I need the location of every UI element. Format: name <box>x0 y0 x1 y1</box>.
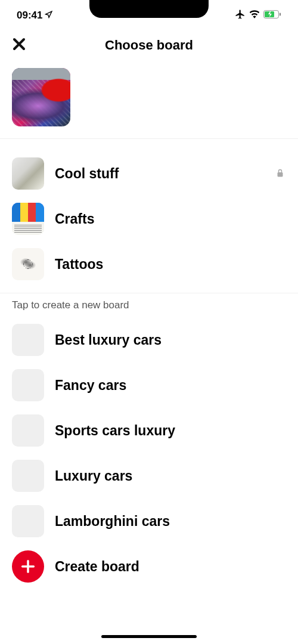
svg-rect-5 <box>278 172 283 177</box>
create-board-button[interactable]: Create board <box>12 544 286 589</box>
board-thumbnail-placeholder <box>12 414 44 447</box>
close-button[interactable] <box>12 36 26 54</box>
board-item-cool-stuff[interactable]: Cool stuff <box>12 151 286 196</box>
board-label: Fancy cars <box>55 377 286 394</box>
board-label: Tattoos <box>55 256 286 273</box>
page-title: Choose board <box>105 38 193 53</box>
board-thumbnail-placeholder <box>12 369 44 401</box>
board-thumbnail <box>12 248 44 280</box>
suggested-boards-list: Best luxury cars Fancy cars Sports cars … <box>0 314 298 589</box>
existing-boards-list: Cool stuff Crafts Tattoos <box>0 139 298 287</box>
create-board-label: Create board <box>55 559 139 575</box>
modal-header: Choose board <box>0 29 298 62</box>
board-label: Lamborghini cars <box>55 513 286 530</box>
device-notch <box>89 0 209 18</box>
home-indicator[interactable] <box>101 635 197 638</box>
board-label: Best luxury cars <box>55 332 286 348</box>
suggested-board-item[interactable]: Luxury cars <box>12 453 286 499</box>
board-thumbnail-placeholder <box>12 460 44 492</box>
suggested-board-item[interactable]: Best luxury cars <box>12 317 286 363</box>
plus-icon <box>12 550 44 583</box>
board-thumbnail <box>12 203 44 235</box>
suggested-board-item[interactable]: Fancy cars <box>12 363 286 408</box>
wifi-icon <box>249 10 260 21</box>
board-thumbnail <box>12 157 44 190</box>
suggested-board-item[interactable]: Lamborghini cars <box>12 499 286 544</box>
status-time: 09:41 <box>17 10 42 21</box>
pin-preview <box>0 62 298 138</box>
lock-icon <box>277 169 284 179</box>
suggested-board-item[interactable]: Sports cars luxury <box>12 408 286 453</box>
board-thumbnail-placeholder <box>12 324 44 356</box>
pin-thumbnail <box>12 68 70 126</box>
board-thumbnail-placeholder <box>12 505 44 537</box>
svg-rect-2 <box>280 13 281 16</box>
board-label: Sports cars luxury <box>55 423 286 439</box>
battery-icon <box>263 10 281 21</box>
board-label: Crafts <box>55 211 286 227</box>
board-label: Cool stuff <box>55 166 266 182</box>
location-icon <box>45 10 52 21</box>
board-item-crafts[interactable]: Crafts <box>12 196 286 242</box>
airplane-mode-icon <box>235 9 246 22</box>
create-board-hint: Tap to create a new board <box>0 293 298 314</box>
board-item-tattoos[interactable]: Tattoos <box>12 242 286 287</box>
board-label: Luxury cars <box>55 468 286 484</box>
